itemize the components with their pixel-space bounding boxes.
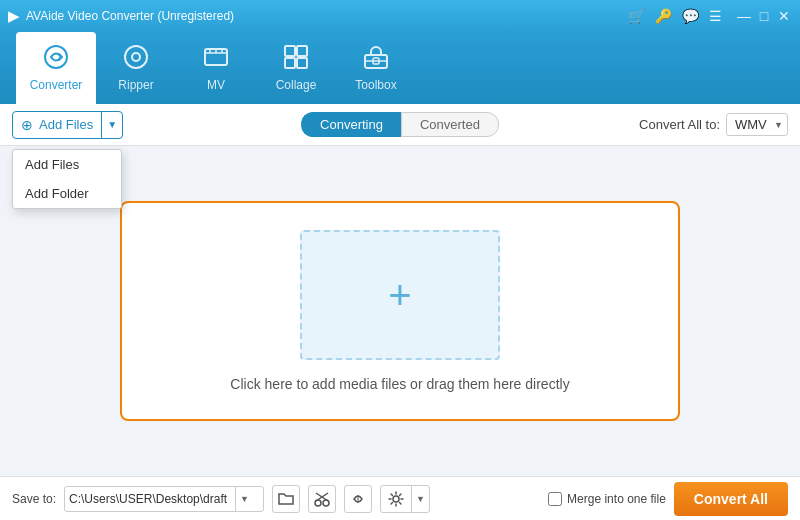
format-select[interactable]: WMV MP4 AVI MOV MKV bbox=[726, 113, 788, 136]
format-select-wrapper: WMV MP4 AVI MOV MKV bbox=[726, 113, 788, 136]
svg-point-2 bbox=[132, 53, 140, 61]
drop-hint-text: Click here to add media files or drag th… bbox=[230, 376, 569, 392]
nav-label-mv: MV bbox=[207, 78, 225, 92]
title-bar: ▶ AVAide Video Converter (Unregistered) … bbox=[0, 0, 800, 32]
collage-icon bbox=[283, 44, 309, 74]
save-to-label: Save to: bbox=[12, 492, 56, 506]
settings-button[interactable] bbox=[381, 486, 411, 512]
window-controls: — □ ✕ bbox=[736, 8, 792, 24]
svg-point-12 bbox=[323, 500, 329, 506]
nav-item-toolbox[interactable]: Toolbox bbox=[336, 32, 416, 104]
chat-icon[interactable]: 💬 bbox=[682, 8, 699, 24]
svg-point-0 bbox=[45, 46, 67, 68]
converter-icon bbox=[43, 44, 69, 74]
speed-button[interactable] bbox=[344, 485, 372, 513]
ripper-icon bbox=[123, 44, 149, 74]
tab-converted[interactable]: Converted bbox=[401, 112, 499, 137]
cart-icon[interactable]: 🛒 bbox=[628, 8, 645, 24]
toolbar: ⊕ Add Files ▼ Add Files Add Folder Conve… bbox=[0, 104, 800, 146]
save-path-dropdown-arrow[interactable]: ▼ bbox=[235, 487, 253, 511]
add-files-button[interactable]: ⊕ Add Files ▼ bbox=[12, 111, 123, 139]
open-folder-button[interactable] bbox=[272, 485, 300, 513]
add-files-dropdown-arrow[interactable]: ▼ bbox=[101, 112, 122, 138]
svg-point-16 bbox=[393, 496, 399, 502]
convert-all-group: Convert All to: WMV MP4 AVI MOV MKV bbox=[639, 113, 788, 136]
key-icon[interactable]: 🔑 bbox=[655, 8, 672, 24]
nav-item-mv[interactable]: MV bbox=[176, 32, 256, 104]
nav-label-toolbox: Toolbox bbox=[355, 78, 396, 92]
settings-dropdown-arrow[interactable]: ▼ bbox=[411, 486, 429, 512]
merge-checkbox[interactable] bbox=[548, 492, 562, 506]
maximize-button[interactable]: □ bbox=[756, 8, 772, 24]
settings-group: ▼ bbox=[380, 485, 430, 513]
cut-button[interactable] bbox=[308, 485, 336, 513]
mv-icon bbox=[203, 44, 229, 74]
menu-icon[interactable]: ☰ bbox=[709, 8, 722, 24]
drop-zone-inner[interactable]: + bbox=[300, 230, 500, 360]
nav-bar: Converter Ripper MV bbox=[0, 32, 800, 104]
svg-rect-4 bbox=[285, 46, 295, 56]
save-path-input[interactable] bbox=[65, 492, 235, 506]
merge-checkbox-group: Merge into one file bbox=[548, 492, 666, 506]
svg-point-1 bbox=[125, 46, 147, 68]
add-files-label: Add Files bbox=[39, 117, 93, 132]
save-path-wrapper: ▼ bbox=[64, 486, 264, 512]
svg-rect-6 bbox=[285, 58, 295, 68]
tab-group: Converting Converted bbox=[301, 112, 499, 137]
dropdown-add-folder[interactable]: Add Folder bbox=[13, 179, 121, 208]
title-bar-extra-icons: 🛒 🔑 💬 ☰ bbox=[628, 8, 722, 24]
nav-item-ripper[interactable]: Ripper bbox=[96, 32, 176, 104]
tab-converting[interactable]: Converting bbox=[301, 112, 401, 137]
nav-label-collage: Collage bbox=[276, 78, 317, 92]
minimize-button[interactable]: — bbox=[736, 8, 752, 24]
add-files-main[interactable]: ⊕ Add Files bbox=[13, 112, 101, 138]
svg-rect-7 bbox=[297, 58, 307, 68]
merge-label: Merge into one file bbox=[567, 492, 666, 506]
toolbox-icon bbox=[363, 44, 389, 74]
nav-label-converter: Converter bbox=[30, 78, 83, 92]
add-media-icon: + bbox=[388, 275, 411, 315]
nav-item-converter[interactable]: Converter bbox=[16, 32, 96, 104]
nav-label-ripper: Ripper bbox=[118, 78, 153, 92]
add-files-container: ⊕ Add Files ▼ Add Files Add Folder bbox=[12, 111, 123, 139]
footer-bar: Save to: ▼ ▼ bbox=[0, 476, 800, 520]
convert-all-button[interactable]: Convert All bbox=[674, 482, 788, 516]
app-icon: ▶ bbox=[8, 7, 20, 25]
svg-point-11 bbox=[315, 500, 321, 506]
svg-rect-5 bbox=[297, 46, 307, 56]
plus-circle-icon: ⊕ bbox=[21, 117, 33, 133]
add-files-dropdown-menu: Add Files Add Folder bbox=[12, 149, 122, 209]
close-button[interactable]: ✕ bbox=[776, 8, 792, 24]
app-title: AVAide Video Converter (Unregistered) bbox=[26, 9, 628, 23]
nav-item-collage[interactable]: Collage bbox=[256, 32, 336, 104]
convert-all-label: Convert All to: bbox=[639, 117, 720, 132]
dropdown-add-files[interactable]: Add Files bbox=[13, 150, 121, 179]
drop-zone-outer[interactable]: + Click here to add media files or drag … bbox=[120, 201, 680, 421]
